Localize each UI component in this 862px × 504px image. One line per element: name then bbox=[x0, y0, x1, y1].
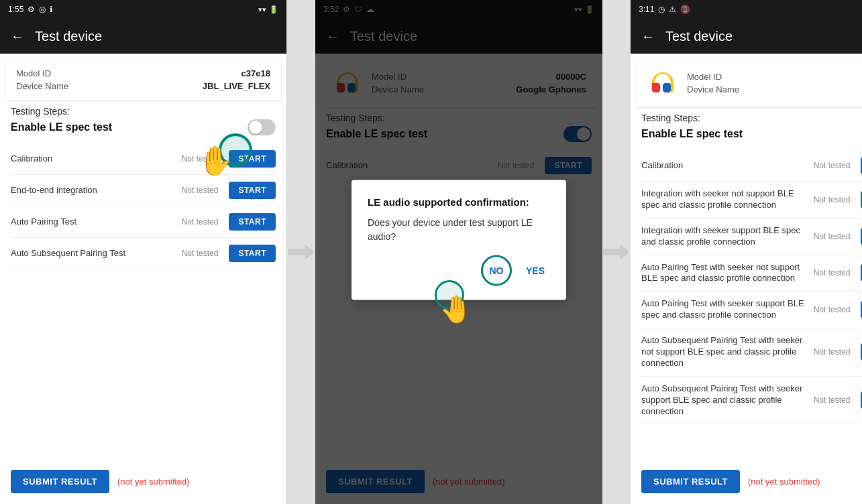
label-0-right: Calibration bbox=[641, 160, 808, 172]
not-submitted-right: (not yet submitted) bbox=[748, 477, 820, 487]
alert-icon: ℹ bbox=[50, 5, 53, 14]
alert-icon-r: ⚠ bbox=[669, 5, 676, 14]
start-btn-integration-left[interactable]: START bbox=[229, 182, 276, 199]
cursor-hand-middle: 🤚 bbox=[439, 294, 473, 325]
dialog-title: LE audio supported confirmation: bbox=[368, 196, 550, 208]
test-row-auto-pair-left: Auto Pairing Test Not tested START bbox=[11, 206, 276, 238]
dialog-yes-button[interactable]: YES bbox=[521, 257, 550, 284]
test-row-2-right: Integration with seeker support BLE spec… bbox=[641, 218, 862, 255]
status-2-right: Not tested bbox=[814, 232, 851, 241]
test-row-label-0-left: Calibration bbox=[11, 153, 176, 165]
submit-row-left: SUBMIT RESULT (not yet submitted) bbox=[0, 462, 286, 504]
back-button-left[interactable]: ← bbox=[11, 29, 24, 44]
time-right: 3:11 bbox=[639, 5, 654, 14]
testing-steps-label-right: Testing Steps: bbox=[641, 113, 862, 123]
start-btn-auto-pair-left[interactable]: START bbox=[229, 213, 276, 231]
model-id-label-r: Model ID bbox=[687, 72, 722, 82]
test-row-status-1-left: Not tested bbox=[182, 186, 219, 195]
dialog-body: Does your device under test support LE a… bbox=[368, 216, 550, 244]
test-row-5-right: Auto Subsequent Pairing Test with seeker… bbox=[641, 328, 862, 377]
test-row-auto-sub-left: Auto Subsequent Pairing Test Not tested … bbox=[11, 238, 276, 269]
allegro-icon bbox=[647, 67, 679, 99]
device-info-left: Model ID c37e18 Device Name JBL_LIVE_FLE… bbox=[16, 67, 270, 92]
device-name-label-left: Device Name bbox=[16, 81, 68, 91]
top-bar-right: ← Test device bbox=[631, 19, 862, 54]
device-name-label-r: Device Name bbox=[687, 84, 739, 94]
model-id-value-left: c37e18 bbox=[241, 68, 270, 78]
test-row-status-3-left: Not tested bbox=[182, 249, 219, 258]
status-3-right: Not tested bbox=[814, 268, 851, 277]
svg-marker-1 bbox=[603, 244, 630, 260]
status-0-right: Not tested bbox=[814, 161, 851, 170]
test-row-0-right: Calibration Not tested START bbox=[641, 150, 862, 182]
start-btn-auto-sub-left[interactable]: START bbox=[229, 245, 276, 262]
model-id-label-left: Model ID bbox=[16, 68, 51, 78]
test-row-4-right: Auto Pairing Test with seeker support BL… bbox=[641, 292, 862, 328]
status-bar-right: 3:11 ◷ ⚠ 📵 ▾▾ 🔋 bbox=[631, 0, 862, 19]
arrow-svg-2 bbox=[603, 239, 630, 265]
test-row-integration-left: End-to-end integration Not tested START bbox=[11, 175, 276, 206]
label-2-right: Integration with seeker support BLE spec… bbox=[641, 225, 808, 248]
svg-marker-0 bbox=[288, 244, 315, 260]
submit-btn-right[interactable]: SUBMIT RESULT bbox=[641, 470, 740, 493]
wifi-icon: ▾▾ bbox=[258, 5, 266, 14]
status-5-right: Not tested bbox=[814, 347, 851, 357]
label-5-right: Auto Subsequent Pairing Test with seeker… bbox=[641, 335, 808, 369]
time-left: 1:55 bbox=[8, 5, 23, 14]
top-bar-title-left: Test device bbox=[35, 29, 102, 44]
clock-icon-r: ◷ bbox=[658, 5, 665, 14]
test-row-1-right: Integration with seeker not support BLE … bbox=[641, 182, 862, 218]
panel-content-left: Testing Steps: Enable LE spec test Calib… bbox=[0, 106, 286, 462]
confirmation-dialog: LE audio supported confirmation: Does yo… bbox=[352, 180, 566, 300]
test-row-status-2-left: Not tested bbox=[182, 217, 219, 227]
label-3-right: Auto Pairing Test with seeker not suppor… bbox=[641, 262, 808, 285]
testing-steps-label-left: Testing Steps: bbox=[11, 106, 276, 117]
camera-icon: ◎ bbox=[39, 5, 46, 14]
top-bar-left: ← Test device bbox=[0, 19, 286, 54]
settings-icon: ⚙ bbox=[28, 5, 35, 14]
title-right: Test device bbox=[665, 29, 733, 44]
test-row-label-1-left: End-to-end integration bbox=[11, 185, 176, 196]
not-submitted-left: (not yet submitted) bbox=[117, 477, 190, 487]
test-row-3-right: Auto Pairing Test with seeker not suppor… bbox=[641, 255, 862, 292]
arrow-2 bbox=[602, 239, 631, 265]
dialog-no-button[interactable]: NO bbox=[483, 257, 510, 284]
label-6-right: Auto Subsequent Pairing Test with seeker… bbox=[641, 383, 808, 418]
label-1-right: Integration with seeker not support BLE … bbox=[641, 188, 808, 211]
arrow-svg-1 bbox=[288, 239, 315, 265]
device-card-left: Model ID c37e18 Device Name JBL_LIVE_FLE… bbox=[5, 59, 281, 101]
status-4-right: Not tested bbox=[814, 305, 851, 314]
device-name-row-left: Device Name JBL_LIVE_FLEX bbox=[16, 80, 270, 92]
cursor-hand-left: 🤚 bbox=[198, 144, 233, 177]
label-4-right: Auto Pairing Test with seeker support BL… bbox=[641, 298, 808, 321]
enable-le-label-left: Enable LE spec test bbox=[11, 121, 112, 133]
test-row-6-right: Auto Subsequent Pairing Test with seeker… bbox=[641, 377, 862, 425]
panel-content-right: Testing Steps: Enable LE spec test Calib… bbox=[631, 113, 862, 462]
test-row-label-2-left: Auto Pairing Test bbox=[11, 216, 176, 228]
device-info-right: Model ID 6EDAF7 Device Name Allegro bbox=[687, 70, 862, 96]
enable-le-label-right: Enable LE spec test bbox=[641, 128, 743, 140]
left-panel: 1:55 ⚙ ◎ ℹ ▾▾ 🔋 ← Test device Model ID c… bbox=[0, 0, 287, 504]
status-1-right: Not tested bbox=[814, 195, 851, 204]
status-bar-left: 1:55 ⚙ ◎ ℹ ▾▾ 🔋 bbox=[0, 0, 286, 19]
right-panel: 3:11 ◷ ⚠ 📵 ▾▾ 🔋 ← Test device Model ID 6… bbox=[631, 0, 862, 504]
device-card-right: Model ID 6EDAF7 Device Name Allegro bbox=[636, 59, 862, 107]
submit-btn-left[interactable]: SUBMIT RESULT bbox=[11, 470, 109, 493]
phone-icon-r: 📵 bbox=[680, 5, 690, 14]
dialog-buttons: NO YES bbox=[368, 257, 550, 284]
middle-panel: 3:52 ⚙ 🛡 ☁ ▾▾ 🔋 ← Test device M bbox=[315, 0, 602, 504]
toggle-left[interactable] bbox=[248, 119, 276, 135]
back-btn-right[interactable]: ← bbox=[641, 29, 655, 44]
submit-row-right: SUBMIT RESULT (not yet submitted) bbox=[631, 462, 862, 504]
model-id-row-left: Model ID c37e18 bbox=[16, 67, 270, 80]
test-row-label-3-left: Auto Subsequent Pairing Test bbox=[11, 248, 176, 259]
battery-icon: 🔋 bbox=[269, 5, 278, 14]
status-6-right: Not tested bbox=[814, 395, 851, 405]
arrow-1 bbox=[287, 239, 315, 265]
device-name-value-left: JBL_LIVE_FLEX bbox=[203, 81, 270, 91]
